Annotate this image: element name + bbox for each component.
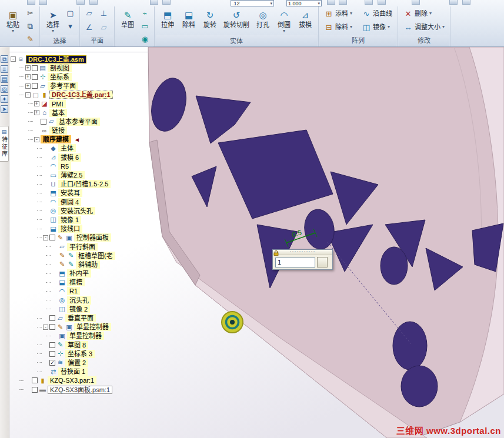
select-cursor-button[interactable]: ➤选择▾ xyxy=(43,7,63,35)
tree-item-label[interactable]: 基本 xyxy=(49,109,67,117)
selection-icon[interactable]: ➤ xyxy=(1,105,8,113)
tree-item[interactable]: ◎安装沉头孔 xyxy=(11,206,115,215)
ribbon-group-label[interactable]: 阵列 xyxy=(320,35,396,46)
delete-button[interactable]: ✕删除▾ xyxy=(401,8,447,20)
tree-checkbox[interactable] xyxy=(32,83,38,89)
tree-item-label[interactable]: 垂直平面 xyxy=(65,314,96,322)
tree-expander[interactable]: - xyxy=(43,325,48,330)
tree-item-label[interactable]: 斜辅助 xyxy=(76,260,100,269)
tree-item-label[interactable]: 草图 8 xyxy=(65,341,88,349)
ribbon-group-label[interactable]: 选择 xyxy=(41,35,78,47)
sketch-button[interactable]: ✎草图 xyxy=(118,7,138,30)
tree-item-label[interactable]: 安装沉头孔 xyxy=(58,207,95,215)
tree-item[interactable]: +▤剖视图 xyxy=(11,63,115,72)
tree-item-label[interactable]: 链接 xyxy=(49,126,67,135)
tree-item[interactable]: -▢▮DRC-1C3上盖.par:1 xyxy=(11,91,115,99)
plane-angle-button[interactable]: ∠ xyxy=(83,21,95,34)
tree-item-label[interactable]: R1 xyxy=(67,287,80,295)
copy-button[interactable]: ⧉ xyxy=(24,20,36,32)
feature-library-tab[interactable]: ▤ 特征库 xyxy=(0,126,9,162)
tree-item-label[interactable]: 倒圆 4 xyxy=(58,198,81,206)
tree-item-label[interactable]: 参考平面 xyxy=(48,82,78,90)
tree-item-label[interactable]: 偏置 2 xyxy=(65,359,88,367)
layers-icon[interactable]: ▤ xyxy=(1,75,8,83)
tree-item[interactable]: ⬓接线口 xyxy=(11,225,115,233)
paste-button[interactable]: ▣粘贴▾ xyxy=(3,7,23,35)
dock-window-icon[interactable]: ⧉ xyxy=(1,55,8,63)
tree-item[interactable]: ▱平行斜面 xyxy=(11,242,115,251)
tree-item-label[interactable]: 顺序建模 xyxy=(41,135,71,143)
cut-button[interactable]: ✂ xyxy=(24,7,36,19)
tree-item[interactable]: +⊹坐标系 xyxy=(11,72,115,81)
tree-checkbox[interactable] xyxy=(32,377,38,383)
tree-expander[interactable]: - xyxy=(25,92,31,98)
tree-expander[interactable]: + xyxy=(34,110,39,115)
round-button[interactable]: ◠倒圆▾ xyxy=(274,7,294,35)
tree-item-label[interactable]: 框槽草图(老 xyxy=(76,252,115,260)
tree-item-label[interactable]: 主体 xyxy=(58,144,76,152)
tree-item-label[interactable]: KZQ-SX3.par:1 xyxy=(48,376,96,384)
tree-expander[interactable]: + xyxy=(34,101,39,106)
along-curve-button[interactable]: ∿沿曲线 xyxy=(359,8,395,20)
pattern-cut-button[interactable]: ⊟除料▾ xyxy=(322,21,355,34)
tree-item-label[interactable]: 沉头孔 xyxy=(67,296,91,305)
tree-item[interactable]: ⬒补内平 xyxy=(11,269,115,278)
tree-item[interactable]: ▭薄壁2.5 xyxy=(11,170,115,179)
tree-expander[interactable]: + xyxy=(25,83,31,89)
tree-item-label[interactable]: R5 xyxy=(58,162,71,170)
coincident-plane-button[interactable]: ▱ xyxy=(83,7,95,19)
tree-item[interactable]: -✎▣控制器面板 xyxy=(11,233,115,242)
tree-expander[interactable]: + xyxy=(25,65,31,71)
plane-normal-button[interactable]: ⊥ xyxy=(98,7,110,19)
tree-checkbox[interactable] xyxy=(49,235,55,240)
tree-item[interactable]: ✎✎斜辅助 xyxy=(11,260,115,269)
tree-item[interactable]: ⊹坐标系 3 xyxy=(11,349,115,358)
tree-checkbox[interactable] xyxy=(32,65,38,71)
tree-item-label[interactable]: 基本参考平面 xyxy=(56,118,100,126)
viewport-3d[interactable]: 0.5 -⧈DRC-1C3上盖.asm+▤剖视图+⊹坐标系+▱参考平面-▢▮DR… xyxy=(9,47,504,438)
hole-button[interactable]: ◎打孔 xyxy=(253,7,273,30)
tree-item[interactable]: -顺序建模◄ xyxy=(11,135,115,144)
tree-item[interactable]: ▱垂直平面 xyxy=(11,313,115,322)
extrude-button[interactable]: ⬒拉伸 xyxy=(158,7,178,30)
popup-drag-handle[interactable]: ··········· xyxy=(273,250,332,255)
tree-expander[interactable]: - xyxy=(43,235,48,240)
tree-item[interactable]: ∞链接 xyxy=(11,126,115,135)
tree-item[interactable]: ▣单显控制器 xyxy=(11,332,115,340)
library-icon[interactable]: ✦ xyxy=(1,95,8,103)
tree-checkbox[interactable] xyxy=(49,351,55,357)
tree-item[interactable]: ◆主体 xyxy=(11,144,115,153)
tree-checkbox[interactable] xyxy=(32,387,38,393)
tree-item[interactable]: ▱基本参考平面 xyxy=(11,117,115,126)
tree-item-label[interactable]: 坐标系 3 xyxy=(65,350,95,358)
ribbon-group-label[interactable]: 修改 xyxy=(399,35,449,46)
tree-item[interactable]: ▮KZQ-SX3.par:1 xyxy=(11,376,115,385)
tree-item-label[interactable]: 单显控制器 xyxy=(67,332,104,340)
tree-item-label[interactable]: 接线口 xyxy=(58,225,82,233)
sketch-c-button[interactable]: ◉ xyxy=(139,33,151,45)
tree-item-label[interactable]: 安装耳 xyxy=(58,189,82,197)
tree-item-label[interactable]: 剖视图 xyxy=(48,64,72,72)
tree-item-label[interactable]: 镜像 2 xyxy=(67,305,90,313)
ribbon-group-label[interactable]: 实体 xyxy=(156,35,317,47)
tree-item[interactable]: ▬KZQ-SX3面板.psm:1 xyxy=(11,385,115,394)
tree-item[interactable]: ⇄替换面 1 xyxy=(11,367,115,376)
pattern-add-button[interactable]: ⊞添料▾ xyxy=(322,8,355,20)
tree-checkbox[interactable] xyxy=(41,119,46,125)
tree-item-label[interactable]: 拔模 6 xyxy=(58,153,81,162)
tree-item[interactable]: ⬓框槽 xyxy=(11,278,115,287)
tree-item[interactable]: +▱参考平面 xyxy=(11,82,115,91)
cut-material-button[interactable]: ⬓除料 xyxy=(179,7,199,30)
tree-item[interactable]: ◠R5 xyxy=(11,162,115,170)
pathfinder-icon[interactable]: ≡ xyxy=(1,65,8,73)
tree-item[interactable]: ✎草图 8 xyxy=(11,340,115,349)
select-options-button[interactable]: ▾ xyxy=(64,20,76,32)
tree-item-label[interactable]: 薄壁2.5 xyxy=(58,171,85,179)
tree-item[interactable]: ✓≋偏置 2 xyxy=(11,358,115,367)
tree-checkbox[interactable] xyxy=(49,342,55,348)
tree-expander[interactable]: - xyxy=(34,137,39,142)
tree-item[interactable]: ⊔止口/凹槽1.5-2.5 xyxy=(11,180,115,189)
select-fence-button[interactable]: ▢ xyxy=(64,7,76,19)
format-painter-button[interactable]: ✎ xyxy=(24,33,36,45)
tree-item[interactable]: ⬒安装耳 xyxy=(11,189,115,198)
